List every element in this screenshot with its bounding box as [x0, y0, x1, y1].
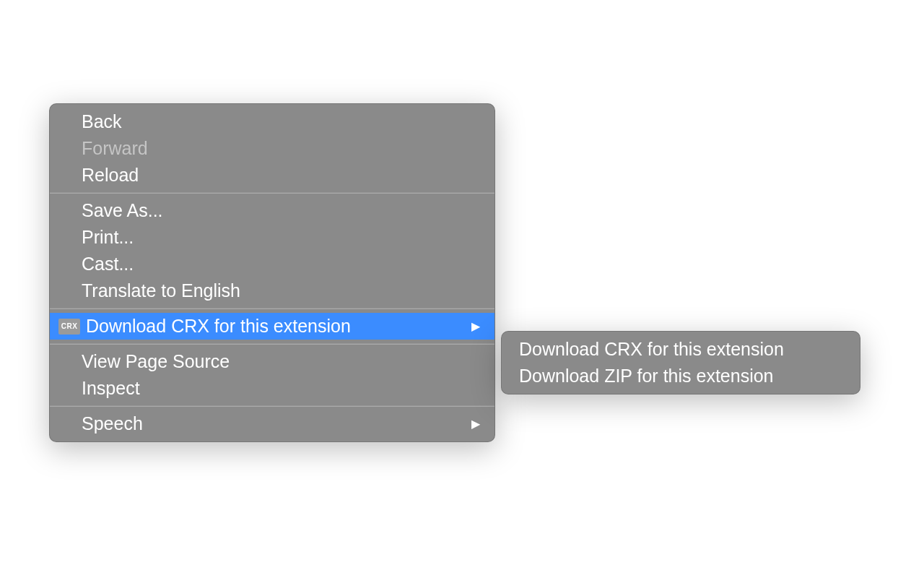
menu-label: Save As...: [82, 200, 481, 221]
crx-icon: CRX: [58, 319, 80, 335]
menu-item-download-crx[interactable]: CRX Download CRX for this extension ▶: [50, 313, 494, 340]
menu-label: Forward: [82, 138, 481, 159]
menu-label: Inspect: [82, 378, 481, 399]
menu-separator: [50, 192, 494, 194]
menu-item-cast[interactable]: Cast...: [50, 251, 494, 277]
context-submenu[interactable]: Download CRX for this extension Download…: [501, 331, 860, 394]
menu-item-save-as[interactable]: Save As...: [50, 197, 494, 224]
menu-item-reload[interactable]: Reload: [50, 162, 494, 189]
menu-label: Translate to English: [82, 280, 481, 301]
context-menu[interactable]: Back Forward Reload Save As... Print... …: [49, 103, 495, 442]
menu-label: View Page Source: [82, 351, 481, 372]
menu-item-back[interactable]: Back: [50, 108, 494, 135]
menu-item-speech[interactable]: Speech ▶: [50, 410, 494, 437]
menu-item-forward: Forward: [50, 135, 494, 162]
menu-item-view-source[interactable]: View Page Source: [50, 348, 494, 375]
menu-label: Download CRX for this extension: [86, 316, 471, 337]
submenu-arrow-icon: ▶: [471, 417, 481, 431]
submenu-item-download-crx[interactable]: Download CRX for this extension: [502, 336, 860, 363]
menu-label: Print...: [82, 227, 481, 248]
menu-label: Cast...: [82, 254, 481, 275]
menu-separator: [50, 405, 494, 407]
menu-label: Reload: [82, 165, 481, 186]
menu-label: Download CRX for this extension: [519, 339, 847, 360]
menu-label: Back: [82, 111, 481, 132]
menu-item-print[interactable]: Print...: [50, 224, 494, 251]
menu-item-inspect[interactable]: Inspect: [50, 375, 494, 402]
menu-separator: [50, 343, 494, 345]
menu-label: Speech: [82, 413, 471, 434]
menu-item-translate[interactable]: Translate to English: [50, 277, 494, 304]
submenu-arrow-icon: ▶: [471, 319, 481, 333]
menu-label: Download ZIP for this extension: [519, 366, 847, 387]
menu-separator: [50, 308, 494, 309]
submenu-item-download-zip[interactable]: Download ZIP for this extension: [502, 363, 860, 389]
